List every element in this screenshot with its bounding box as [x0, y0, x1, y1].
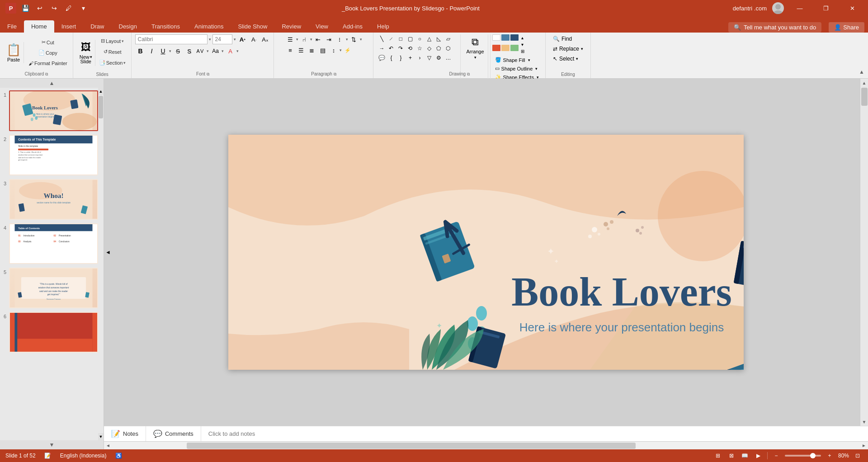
shape-diamond-button[interactable]: ◇	[425, 44, 434, 53]
slide-item-2[interactable]: 2 Contents of This Template Slide in thi…	[0, 135, 98, 175]
tab-transitions[interactable]: Transitions	[144, 20, 187, 33]
numbering-dropdown[interactable]: ▾	[310, 37, 312, 42]
copy-button[interactable]: 📄 Copy	[27, 48, 69, 58]
columns-dropdown[interactable]: ▾	[346, 37, 348, 42]
slide-scroll-thumb[interactable]	[99, 96, 103, 118]
tab-help[interactable]: Help	[370, 20, 396, 33]
font-size-input[interactable]	[212, 34, 232, 44]
character-spacing-button[interactable]: AV	[195, 46, 205, 56]
comments-button[interactable]: 💬 Comments	[146, 426, 201, 441]
section-button[interactable]: 📑 Section ▾	[97, 58, 128, 68]
paste-button[interactable]: 📋 Paste	[4, 42, 24, 63]
undo-button[interactable]: ↩	[34, 3, 45, 14]
slide-thumb-3[interactable]: Whoa! section name for this slide templa…	[9, 179, 98, 220]
layout-button[interactable]: ⊟ Layout ▾	[97, 36, 128, 46]
shape-fill-dropdown[interactable]: ▾	[528, 58, 530, 62]
restore-button[interactable]: ❐	[816, 0, 836, 16]
slide-canvas[interactable]: ✦ ✦	[228, 135, 744, 370]
slide-scroll-up[interactable]: ▲	[0, 79, 104, 88]
bold-button[interactable]: B	[135, 46, 145, 56]
quick-style-6[interactable]	[510, 45, 519, 51]
slide-item-4[interactable]: 4 Table of Contents 01 Introduction 02	[0, 223, 98, 264]
clear-formatting-button[interactable]: Aₓ	[260, 34, 270, 44]
scroll-up-button[interactable]: ▲	[860, 79, 868, 87]
shape-more-button[interactable]: …	[443, 53, 453, 62]
slide-item-1[interactable]: 1	[0, 90, 98, 131]
drawing-expand[interactable]: ⧉	[467, 72, 470, 76]
hscroll-thumb[interactable]	[187, 443, 635, 449]
shape-star-button[interactable]: ☆	[415, 44, 424, 53]
user-avatar[interactable]	[772, 2, 784, 14]
shape-rect-button[interactable]: □	[396, 34, 405, 43]
qs-scroll-down[interactable]: ▾	[519, 41, 526, 47]
cut-button[interactable]: ✂ Cut	[27, 38, 69, 47]
replace-button[interactable]: ⇄ Replace ▾	[549, 44, 587, 53]
shape-rounded-rect-button[interactable]: ▢	[406, 34, 415, 43]
redo-button[interactable]: ↪	[49, 3, 60, 14]
zoom-in-button[interactable]: +	[825, 451, 835, 461]
replace-dropdown[interactable]: ▾	[581, 47, 583, 51]
slide-scroll-down[interactable]: ▼	[0, 440, 104, 449]
qs-scroll-up[interactable]: ▴	[519, 34, 526, 41]
slide-item-3[interactable]: 3 Whoa! section name for this slide temp…	[0, 179, 98, 220]
text-direction-button[interactable]: ⇅	[349, 34, 359, 44]
decrease-font-button[interactable]: A-	[249, 34, 259, 44]
slide-scroll-down-btn[interactable]: ▼	[98, 433, 104, 440]
hscroll-left-button[interactable]: ◄	[104, 442, 112, 450]
select-button[interactable]: ↖ Select ▾	[549, 54, 582, 63]
shape-curved2-button[interactable]: ↷	[396, 44, 405, 53]
shape-callout-button[interactable]: 💬	[377, 53, 386, 62]
new-slide-button[interactable]: 🖼 New ▾ Slide	[77, 40, 95, 66]
slide-thumb-1[interactable]: Book Lovers Here is where your presentat…	[9, 90, 98, 131]
scroll-thumb[interactable]	[861, 88, 868, 106]
font-name-dropdown[interactable]: ▾	[209, 37, 211, 42]
tab-review[interactable]: Review	[274, 20, 308, 33]
notes-status-button[interactable]: 📝	[43, 451, 53, 461]
shape-gear-button[interactable]: ⚙	[434, 53, 443, 62]
tab-insert[interactable]: Insert	[54, 20, 84, 33]
tab-draw[interactable]: Draw	[83, 20, 111, 33]
ribbon-collapse-button[interactable]: ▲	[857, 67, 866, 76]
quick-style-2[interactable]	[501, 34, 509, 41]
numbering-button[interactable]: ⑁	[299, 34, 309, 44]
increase-indent-button[interactable]: ⇥	[324, 34, 334, 44]
shape-fill-button[interactable]: 🪣 Shape Fill ▾	[492, 56, 542, 64]
shape-circle-button[interactable]: ○	[415, 34, 424, 43]
shape-curved3-button[interactable]: ⟲	[406, 44, 415, 53]
quick-style-3[interactable]	[510, 34, 519, 41]
canvas-scroll-left[interactable]: ◄	[104, 245, 112, 259]
quick-style-5[interactable]	[501, 45, 509, 51]
spacing-dropdown2[interactable]: ▾	[340, 48, 342, 52]
fit-slide-button[interactable]: ⊡	[853, 451, 863, 461]
zoom-slider[interactable]	[785, 455, 821, 457]
shape-triangle-button[interactable]: △	[425, 34, 434, 43]
slide-thumb-5[interactable]: "This is a quote. Words full of wisdom t…	[9, 268, 98, 308]
font-expand[interactable]: ⧉	[207, 72, 209, 76]
clipboard-expand[interactable]: ⧉	[45, 72, 48, 76]
convert-smartart-button[interactable]: ⚡	[343, 45, 353, 55]
shape-parallelogram-button[interactable]: ▱	[443, 34, 453, 43]
line-spacing-button[interactable]: ↕	[329, 45, 339, 55]
underline-dropdown[interactable]: ▾	[169, 49, 171, 53]
arrange-dropdown[interactable]: ▾	[474, 55, 476, 60]
case-dropdown[interactable]: ▾	[222, 49, 224, 53]
accessibility-button[interactable]: ♿	[113, 451, 123, 461]
shape-rt-triangle-button[interactable]: ◺	[434, 34, 443, 43]
reading-view-button[interactable]: 📖	[740, 451, 750, 461]
text-shadow-button[interactable]: S	[184, 46, 194, 56]
slide-thumb-2[interactable]: Contents of This Template Slide in this …	[9, 135, 98, 175]
slide-item-6[interactable]: 6	[0, 312, 98, 353]
shape-funnel-button[interactable]: ▽	[425, 53, 434, 62]
shape-plus-button[interactable]: +	[406, 53, 415, 62]
direction-dropdown[interactable]: ▾	[360, 37, 362, 42]
tab-animations[interactable]: Animations	[187, 20, 231, 33]
customize-qat-button[interactable]: 🖊	[63, 3, 74, 14]
tab-home[interactable]: Home	[24, 20, 54, 33]
bullets-dropdown[interactable]: ▾	[296, 37, 298, 42]
shape-arrow-button[interactable]: →	[377, 44, 386, 53]
tab-addins[interactable]: Add-ins	[335, 20, 370, 33]
slide-sorter-button[interactable]: ⊠	[726, 451, 736, 461]
quick-style-4[interactable]	[492, 45, 500, 51]
font-color-dropdown[interactable]: ▾	[236, 49, 239, 53]
paragraph-expand[interactable]: ⧉	[334, 72, 336, 76]
